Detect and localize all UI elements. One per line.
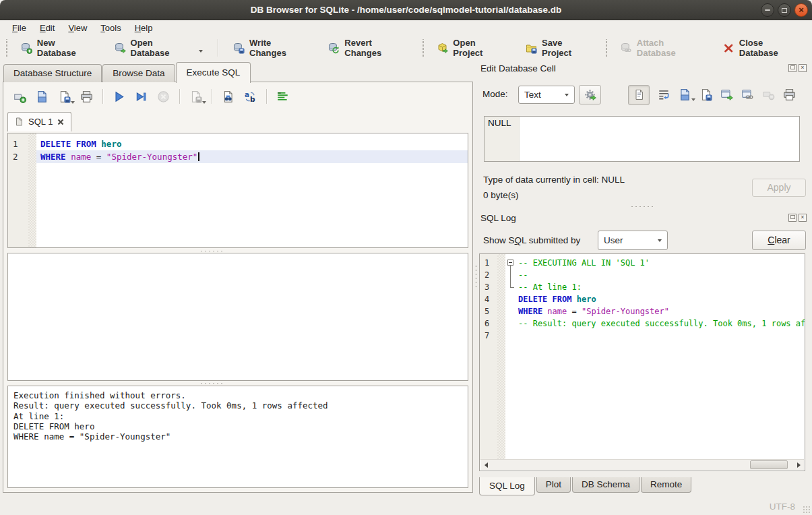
tab-execute-sql[interactable]: Execute SQL <box>176 62 251 83</box>
close-tab-icon[interactable] <box>57 119 64 125</box>
open-sql-tab-button[interactable] <box>13 90 27 104</box>
menu-file[interactable]: File <box>5 22 33 34</box>
toolbar-separator <box>266 89 267 104</box>
close-dock-icon[interactable]: × <box>799 64 807 72</box>
format-sql-button[interactable] <box>276 90 290 104</box>
write-changes-button[interactable]: Write Changes <box>227 35 314 61</box>
code-line[interactable]: 3-- At line 1: <box>480 281 805 293</box>
clear-log-button[interactable]: Clear <box>752 231 806 250</box>
execute-all-icon <box>113 90 125 103</box>
menu-edit[interactable]: Edit <box>33 22 61 34</box>
float-dock-icon[interactable] <box>788 64 797 72</box>
close-database-button[interactable]: Close Database <box>717 35 808 61</box>
toolbar-drag-handle[interactable] <box>604 39 608 57</box>
menu-tools[interactable]: Tools <box>94 22 127 34</box>
export-file-icon <box>699 88 712 101</box>
execute-all-button[interactable] <box>112 90 126 104</box>
save-sql-dropdown-icon[interactable] <box>71 101 75 104</box>
results-grid[interactable] <box>7 253 468 381</box>
text-mode-toggle[interactable] <box>628 85 650 105</box>
toolbar-drag-handle[interactable] <box>421 39 425 57</box>
attach-database-icon <box>621 42 632 54</box>
execution-message: Execution finished without errors. Resul… <box>7 386 468 488</box>
save-results-dropdown-icon <box>202 101 206 104</box>
cell-value-editor[interactable]: NULL <box>484 116 800 162</box>
import-cell-data-button[interactable] <box>679 88 691 101</box>
sql-1-tab[interactable]: SQL 1 <box>7 112 71 131</box>
show-sql-label: Show SQL submitted by <box>483 235 580 245</box>
minimize-icon <box>765 9 770 11</box>
tab-browse-data[interactable]: Browse Data <box>102 64 175 82</box>
minimize-button[interactable] <box>761 3 774 17</box>
sql-log-view[interactable]: 1-- EXECUTING ALL IN 'SQL 1'2--3-- At li… <box>479 253 805 471</box>
find-button[interactable] <box>221 90 235 104</box>
edit-cell-dock-title: Edit Database Cell <box>480 63 556 73</box>
save-sql-file-button[interactable] <box>57 90 71 104</box>
code-line[interactable]: 4DELETE FROM hero <box>480 293 805 305</box>
sql-log-dock-title: SQL Log <box>480 213 516 223</box>
format-sql-icon <box>276 90 289 103</box>
open-project-button[interactable]: Open Project <box>431 35 511 61</box>
tab-sql-log[interactable]: SQL Log <box>479 477 535 495</box>
tab-database-structure[interactable]: Database Structure <box>3 64 102 82</box>
horizontal-scrollbar[interactable] <box>480 459 804 470</box>
scrollbar-thumb[interactable] <box>750 460 788 469</box>
resize-grip[interactable] <box>803 506 810 513</box>
mode-combobox[interactable]: Text <box>518 86 575 104</box>
close-button[interactable]: × <box>794 3 808 17</box>
import-dropdown-icon[interactable] <box>691 98 695 101</box>
tab-db-schema[interactable]: DB Schema <box>572 477 639 493</box>
code-line[interactable]: 5WHERE name = "Spider-Youngster" <box>480 305 805 317</box>
copy-link-button[interactable] <box>741 88 754 101</box>
open-sql-file-button[interactable] <box>35 90 49 104</box>
code-line[interactable]: 7 <box>480 330 805 342</box>
find-replace-button[interactable] <box>243 90 257 104</box>
toolbar-drag-handle[interactable] <box>5 39 9 57</box>
new-database-button[interactable]: New Database <box>15 35 100 61</box>
export-cell-data-button[interactable] <box>699 88 712 101</box>
stop-icon <box>157 90 170 103</box>
scrollbar-track[interactable] <box>491 460 793 470</box>
open-database-button[interactable]: Open Database <box>108 35 210 61</box>
word-wrap-button[interactable] <box>658 88 670 101</box>
revert-changes-button[interactable]: Revert Changes <box>322 35 414 61</box>
sql-editor[interactable]: 1DELETE FROM hero2WHERE name = "Spider-Y… <box>7 133 468 248</box>
splitter-handle[interactable] <box>199 382 225 385</box>
open-database-icon <box>115 42 126 54</box>
code-line[interactable]: 1-- EXECUTING ALL IN 'SQL 1' <box>480 257 805 269</box>
word-wrap-icon <box>658 88 670 101</box>
sql-editor-toolbar <box>9 86 294 107</box>
vertical-splitter[interactable] <box>474 62 478 493</box>
code-line[interactable]: 6-- Result: query executed successfully.… <box>480 317 805 330</box>
sql-tab-bar: SQL 1 <box>7 112 71 131</box>
code-line[interactable]: 2WHERE name = "Spider-Youngster" <box>8 150 468 163</box>
maximize-button[interactable] <box>778 3 791 17</box>
toolbar-separator <box>218 39 218 57</box>
float-dock-icon[interactable] <box>788 214 797 222</box>
open-database-dropdown-icon[interactable] <box>199 50 203 53</box>
splitter-handle[interactable] <box>630 205 656 208</box>
code-line[interactable]: 2-- <box>480 269 805 281</box>
close-dock-icon[interactable]: × <box>799 214 807 222</box>
tab-plot[interactable]: Plot <box>536 477 571 493</box>
mode-label: Mode: <box>482 89 508 99</box>
print-cell-button[interactable] <box>783 88 796 101</box>
new-database-icon <box>21 42 32 54</box>
apply-cell-settings-button[interactable] <box>579 85 601 104</box>
scroll-right-icon[interactable] <box>793 460 804 470</box>
titlebar[interactable]: DB Browser for SQLite - /home/user/code/… <box>0 0 812 20</box>
tab-remote[interactable]: Remote <box>641 477 691 493</box>
menu-help[interactable]: Help <box>128 22 160 34</box>
sql-editor-lines: 1DELETE FROM hero2WHERE name = "Spider-Y… <box>8 138 468 163</box>
save-project-button[interactable]: Save Project <box>520 35 598 61</box>
apply-button: Apply <box>752 179 806 197</box>
execute-current-line-button[interactable] <box>134 90 148 104</box>
print-sql-button[interactable] <box>80 90 94 104</box>
attach-database-button: Attach Database <box>615 35 709 61</box>
open-in-external-button[interactable] <box>720 88 733 101</box>
scroll-left-icon[interactable] <box>480 460 491 470</box>
code-line[interactable]: 1DELETE FROM hero <box>8 138 468 150</box>
menu-view[interactable]: View <box>61 22 94 34</box>
sql-submitter-combobox[interactable]: User <box>598 231 668 250</box>
open-tab-icon <box>13 90 26 103</box>
